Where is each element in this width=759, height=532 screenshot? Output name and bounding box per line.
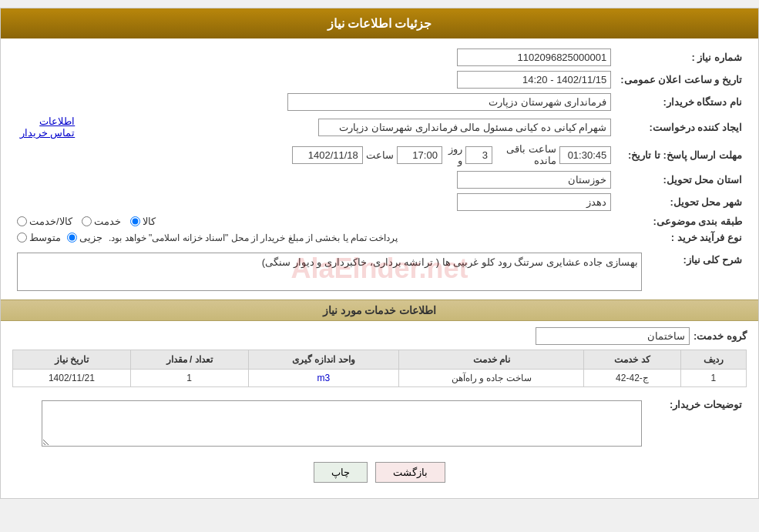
page-header: جزئیات اطلاعات نیاز (1, 8, 758, 38)
cell-unit: m3 (248, 370, 399, 387)
buyer-desc-label: توضیحات خریدار: (646, 395, 747, 454)
action-buttons: بازگشت چاپ (12, 462, 747, 483)
col-header-row: ردیف (680, 350, 746, 370)
print-button[interactable]: چاپ (314, 462, 368, 483)
cell-code: ج-42-42 (584, 370, 681, 387)
response-remaining-label: ساعت باقی مانده (495, 143, 556, 166)
province-value: خوزستان (457, 171, 611, 189)
page-title: جزئیات اطلاعات نیاز (327, 17, 432, 30)
process-jazri-option[interactable]: جزیی (67, 232, 102, 243)
creator-value: شهرام کیانی ده کیانی مسئول مالی فرماندار… (318, 119, 611, 136)
cell-count: 1 (130, 370, 248, 387)
need-desc-label: شرح کلی نیاز: (646, 250, 747, 293)
buyer-description-input[interactable] (42, 400, 642, 447)
process-motawaset-radio[interactable] (17, 233, 27, 243)
contact-info-link[interactable]: اطلاعات تماس خریدار (20, 115, 76, 139)
response-remaining-value: 01:30:45 (559, 146, 611, 164)
need-number-value: 1102096825000001 (457, 49, 611, 66)
category-kala-khadamat-radio[interactable] (17, 216, 27, 226)
services-section-title: اطلاعات خدمات مورد نیاز (323, 304, 437, 316)
need-number-label: شماره نیاز : (616, 46, 747, 69)
response-deadline-label: مهلت ارسال پاسخ: تا تاریخ: (616, 141, 747, 169)
city-value: دهدز (457, 193, 611, 211)
category-kala-khadamat-option[interactable]: کالا/خدمت (17, 216, 72, 227)
service-group-label: گروه خدمت: (694, 330, 747, 342)
services-section-header: اطلاعات خدمات مورد نیاز (1, 299, 758, 321)
category-kala-khadamat-label: کالا/خدمت (29, 216, 72, 227)
category-kala-label: کالا (143, 216, 156, 227)
process-label: نوع فرآیند خرید : (616, 229, 747, 246)
category-khadamat-option[interactable]: خدمت (82, 216, 121, 227)
col-header-date: تاریخ نیاز (13, 350, 131, 370)
process-motawaset-option[interactable]: متوسط (17, 232, 61, 243)
need-description-value: بهسازی جاده عشایری سرتنگ رود کلو غربیی ه… (17, 253, 642, 291)
buyer-org-value: فرمانداری شهرستان دزپارت (287, 93, 611, 111)
response-days-label: روز و (445, 143, 462, 166)
col-header-count: تعداد / مقدار (130, 350, 248, 370)
category-khadamat-radio[interactable] (82, 216, 92, 226)
cell-name: ساخت جاده و راه‌آهن (399, 370, 584, 387)
info-table: شماره نیاز : 1102096825000001 تاریخ و سا… (12, 46, 747, 246)
col-header-name: نام خدمت (399, 350, 584, 370)
response-days-value: 3 (465, 146, 492, 164)
table-row: 1ج-42-42ساخت جاده و راه‌آهنm311402/11/21 (13, 370, 747, 387)
back-button[interactable]: بازگشت (375, 462, 445, 483)
process-note: پرداخت تمام یا بخشی از مبلغ خریدار از مح… (109, 233, 398, 243)
category-kala-radio[interactable] (130, 216, 140, 226)
col-header-code: کد خدمت (584, 350, 681, 370)
announce-date-value: 1402/11/15 - 14:20 (457, 71, 611, 89)
cell-date: 1402/11/21 (13, 370, 131, 387)
cell-row: 1 (680, 370, 746, 387)
creator-label: ایجاد کننده درخواست: (616, 113, 747, 141)
response-time-label: ساعت (366, 149, 394, 161)
process-jazri-radio[interactable] (67, 233, 77, 243)
process-motawaset-label: متوسط (29, 232, 61, 243)
category-label: طبقه بندی موضوعی: (616, 213, 747, 229)
col-header-unit: واحد اندازه گیری (248, 350, 399, 370)
need-desc-table: شرح کلی نیاز: بهسازی جاده عشایری سرتنگ ر… (12, 250, 747, 293)
response-date-value: 1402/11/18 (292, 146, 363, 164)
process-jazri-label: جزیی (79, 232, 102, 243)
buyer-desc-table: توضیحات خریدار: (12, 395, 747, 454)
service-group-value: ساختمان (536, 327, 690, 345)
service-group-row: گروه خدمت: ساختمان (12, 327, 747, 345)
buyer-org-label: نام دستگاه خریدار: (616, 91, 747, 113)
province-label: استان محل تحویل: (616, 169, 747, 191)
category-khadamat-label: خدمت (94, 216, 121, 227)
announce-date-label: تاریخ و ساعت اعلان عمومی: (616, 69, 747, 91)
category-kala-option[interactable]: کالا (130, 216, 156, 227)
response-time-value: 17:00 (397, 146, 442, 164)
services-table: ردیف کد خدمت نام خدمت واحد اندازه گیری ت… (12, 350, 747, 387)
city-label: شهر محل تحویل: (616, 191, 747, 213)
